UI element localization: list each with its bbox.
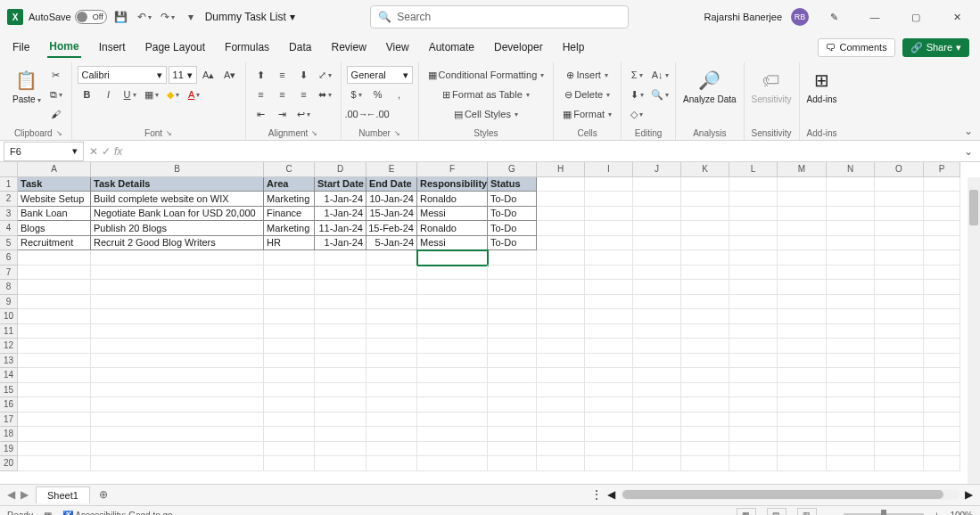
col-header-M[interactable]: M [778, 162, 827, 177]
cell-L12[interactable] [729, 339, 778, 354]
col-header-O[interactable]: O [875, 162, 924, 177]
cell-N5[interactable] [827, 236, 875, 251]
cell-A8[interactable] [18, 280, 91, 295]
cell-C10[interactable] [264, 309, 315, 324]
cell-N1[interactable] [827, 177, 875, 192]
cell-C9[interactable] [264, 295, 315, 310]
cell-K5[interactable] [681, 236, 729, 251]
tab-home[interactable]: Home [47, 37, 80, 58]
cell-F17[interactable] [417, 413, 488, 428]
cell-E18[interactable] [366, 427, 417, 442]
cell-P13[interactable] [924, 354, 960, 369]
cell-P2[interactable] [924, 192, 960, 207]
save-icon[interactable]: 💾 [112, 4, 130, 29]
row-header-20[interactable]: 20 [0, 456, 18, 471]
cell-O2[interactable] [875, 192, 924, 207]
cell-B12[interactable] [91, 339, 264, 354]
font-launcher-icon[interactable]: ↘ [166, 129, 172, 137]
cell-L20[interactable] [729, 456, 778, 471]
cell-F7[interactable] [417, 266, 488, 281]
cell-N8[interactable] [827, 280, 875, 295]
cell-E14[interactable] [366, 368, 417, 383]
cell-B11[interactable] [91, 324, 264, 339]
cell-A7[interactable] [18, 266, 91, 281]
cell-M17[interactable] [778, 413, 827, 428]
maximize-icon[interactable]: ▢ [900, 4, 932, 30]
cell-N12[interactable] [827, 339, 875, 354]
row-header-4[interactable]: 4 [0, 221, 18, 236]
accessibility-status[interactable]: ♿ Accessibility: Good to go [62, 511, 173, 516]
cell-K16[interactable] [681, 397, 729, 413]
cell-A10[interactable] [18, 309, 91, 324]
cell-I4[interactable] [585, 221, 633, 236]
cell-C19[interactable] [264, 442, 315, 457]
cell-J6[interactable] [633, 250, 681, 266]
cell-C17[interactable] [264, 413, 315, 428]
find-select-icon[interactable]: 🔍 [650, 86, 670, 103]
cell-F16[interactable] [417, 397, 488, 413]
cell-L5[interactable] [729, 236, 778, 251]
cell-G5[interactable]: To-Do [488, 236, 537, 251]
cell-P15[interactable] [924, 383, 960, 398]
tab-options-icon[interactable]: ⋮ [591, 488, 602, 501]
cell-J11[interactable] [633, 324, 681, 339]
cell-J10[interactable] [633, 309, 681, 324]
cell-J18[interactable] [633, 427, 681, 442]
cell-H6[interactable] [537, 250, 585, 266]
col-header-N[interactable]: N [827, 162, 875, 177]
cell-I17[interactable] [585, 413, 633, 428]
undo-icon[interactable]: ↶ [136, 4, 153, 29]
number-launcher-icon[interactable]: ↘ [394, 129, 400, 137]
cell-H18[interactable] [537, 427, 585, 442]
cell-K6[interactable] [681, 250, 729, 266]
user-name[interactable]: Rajarshi Banerjee [704, 12, 782, 22]
row-header-5[interactable]: 5 [0, 236, 18, 251]
tab-developer[interactable]: Developer [492, 37, 545, 57]
cell-I14[interactable] [585, 368, 633, 383]
cell-B20[interactable] [91, 456, 264, 471]
cell-N2[interactable] [827, 192, 875, 207]
cell-B16[interactable] [91, 397, 264, 413]
cell-C18[interactable] [264, 427, 315, 442]
page-layout-view-icon[interactable]: ▤ [767, 508, 786, 515]
add-ins-button[interactable]: ⊞Add-ins [805, 66, 839, 106]
cell-C11[interactable] [264, 324, 315, 339]
cell-C20[interactable] [264, 456, 315, 471]
cell-E13[interactable] [366, 354, 417, 369]
select-all-corner[interactable] [0, 162, 18, 177]
cell-M14[interactable] [778, 368, 827, 383]
cell-I5[interactable] [585, 236, 633, 251]
row-header-1[interactable]: 1 [0, 177, 18, 192]
cell-F15[interactable] [417, 383, 488, 398]
cell-E12[interactable] [366, 339, 417, 354]
cell-O20[interactable] [875, 456, 924, 471]
cell-E17[interactable] [366, 413, 417, 428]
minimize-icon[interactable]: — [859, 4, 891, 30]
comma-icon[interactable]: , [390, 86, 409, 103]
tab-review[interactable]: Review [329, 37, 367, 57]
tab-view[interactable]: View [384, 37, 411, 57]
cell-F3[interactable]: Messi [417, 207, 488, 222]
cell-J13[interactable] [633, 354, 681, 369]
cell-G6[interactable] [488, 250, 537, 266]
cell-D8[interactable] [315, 280, 366, 295]
cell-O17[interactable] [875, 413, 924, 428]
cell-P17[interactable] [924, 413, 960, 428]
cell-L16[interactable] [729, 397, 778, 413]
cell-H19[interactable] [537, 442, 585, 457]
cell-B18[interactable] [91, 427, 264, 442]
cell-B10[interactable] [91, 309, 264, 324]
cell-styles-button[interactable]: ▤ Cell Styles [424, 105, 548, 123]
cell-E19[interactable] [366, 442, 417, 457]
cell-I2[interactable] [585, 192, 633, 207]
increase-font-icon[interactable]: A▴ [199, 66, 218, 84]
row-header-14[interactable]: 14 [0, 368, 18, 383]
share-button[interactable]: 🔗 Share ▾ [902, 38, 969, 57]
cell-F9[interactable] [417, 295, 488, 310]
cell-H1[interactable] [537, 177, 585, 192]
col-header-P[interactable]: P [924, 162, 960, 177]
mode-switch-icon[interactable]: ✎ [818, 4, 850, 30]
cell-E11[interactable] [366, 324, 417, 339]
cell-C12[interactable] [264, 339, 315, 354]
cell-N14[interactable] [827, 368, 875, 383]
